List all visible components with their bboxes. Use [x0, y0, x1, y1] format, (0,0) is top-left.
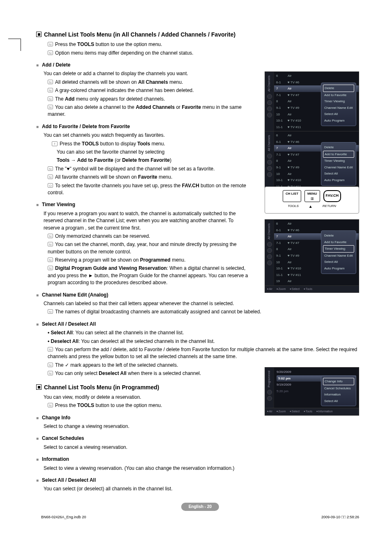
subheading-add-delete: ■Add / Delete	[36, 62, 376, 69]
remote-chlist-button: CH LIST	[283, 190, 301, 202]
body-text: You can view, modify or delete a reserva…	[44, 394, 245, 401]
subheading-select-all-2: ■Select All / Deselect All	[36, 477, 376, 484]
osd-tools-menu: Delete Add to Favorite Timer Viewing Cha…	[321, 230, 356, 274]
note: NYou can perform the add / delete, add t…	[48, 346, 376, 361]
remote-tools-label: TOOLS	[288, 204, 299, 210]
subheading-cancel-schedules: ■Cancel Schedules	[36, 435, 376, 442]
note: NYou can set the channel, month, day, ye…	[48, 241, 249, 255]
bullet: Select All: You can select all the chann…	[48, 329, 376, 336]
subheading-select-all: ■Select All / Deselect All	[36, 321, 376, 328]
note: NThe names of digital broadcasting chann…	[48, 308, 376, 315]
osd-tools-menu: Delete Add to Favorite Timer Viewing Cha…	[321, 142, 356, 186]
section-header-all: Channel List Tools Menu (in All Channels…	[36, 30, 376, 39]
osd-programmed: Programmed 9/20/2009 5:02 pm3 9/19/2009 …	[265, 367, 359, 416]
body-text: If you reserve a program you want to wat…	[44, 210, 245, 232]
osd-tools-menu: Delete Add to Favorite Timer Viewing Cha…	[321, 83, 356, 126]
body-text: You can set channels you watch frequentl…	[44, 132, 245, 139]
note: NA gray-colored channel indicates the ch…	[48, 87, 249, 94]
note: NPress the TOOLS button to use the optio…	[48, 402, 249, 409]
osd-all-channels-timer: All Channels 6Air6-1♥ TV #67Air7-1♥ TV #…	[265, 219, 359, 293]
body-text: You can delete or add a channel to displ…	[44, 70, 245, 77]
note: NOption menu items may differ depending …	[48, 50, 376, 57]
body-text: Select to change a viewing reservation.	[44, 423, 245, 430]
osd-channel-row: 6Air	[274, 73, 359, 79]
page-number: English - 20	[181, 503, 219, 511]
remote-menu-button: MENU▥	[304, 190, 320, 202]
remote-favch-button: FAV.CH	[323, 190, 341, 202]
osd-channel-row: 6Air	[274, 132, 359, 139]
subheading-information: ■Information	[36, 456, 376, 463]
bullet: Deselect All: You can deselect all the s…	[48, 338, 376, 345]
note: NThe Add menu only appears for deleted c…	[48, 96, 249, 103]
remote-return-label: RETURN	[323, 204, 336, 210]
tools-line: You can also set the favorite channel by…	[57, 149, 250, 156]
body-text: Channels can labeled so that their call …	[44, 300, 372, 307]
tools-line: TPress the TOOLS button to display Tools…	[52, 140, 245, 147]
note: NAll favorite channels will be shown on …	[48, 174, 249, 181]
note: NAll deleted channels will be shown on A…	[48, 79, 249, 86]
body-text: Select to view a viewing reservation. (Y…	[44, 465, 372, 472]
note: NReserving a program will be shown on Pr…	[48, 257, 249, 264]
osd-tools-menu: Change Info Cancel Schedules Information…	[321, 376, 356, 406]
osd-channel-row: 19Air	[274, 278, 359, 285]
note: NYou can also delete a channel to the Ad…	[48, 104, 249, 118]
up-arrow-icon: ▲	[309, 204, 313, 210]
body-text: You can select (or deselect) all channel…	[44, 485, 372, 492]
note: NThe "♥" symbol will be displayed and th…	[48, 166, 249, 172]
print-footer: BN68-02426A_Eng.indb 20 2009-09-10 □□ 2:…	[41, 512, 359, 520]
remote-icon: O	[48, 183, 53, 188]
body-text: Select to cancel a viewing reservation.	[44, 444, 245, 451]
note: NOnly memorized channels can be reserved…	[48, 233, 249, 240]
note: NDigital Program Guide and Viewing Reser…	[48, 265, 249, 286]
note: OTo select the favorite channels you hav…	[48, 182, 249, 197]
note: NPress the TOOLS button to use the optio…	[48, 41, 376, 48]
remote-illustration: CH LIST MENU▥ FAV.CH TOOLS▲RETURN	[265, 186, 359, 214]
tools-line: Tools → Add to Favorite (or Delete from …	[57, 157, 250, 164]
osd-channel-row: 6Air	[274, 221, 359, 227]
